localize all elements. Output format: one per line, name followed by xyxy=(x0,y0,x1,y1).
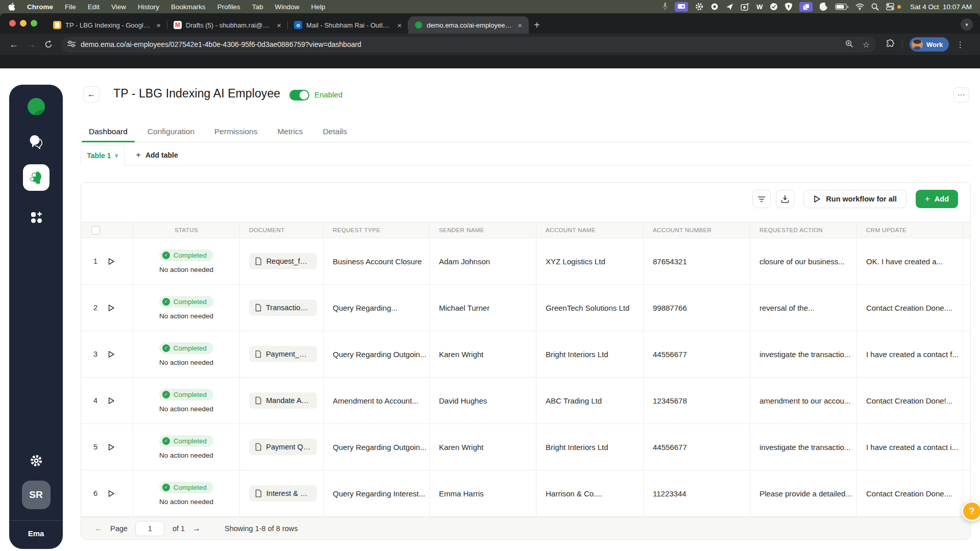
address-bar[interactable]: demo.ema.co/ai-employees/027542e1-4b0e-4… xyxy=(61,37,876,53)
account-name-cell[interactable]: GreenTech Solutions Ltd xyxy=(536,285,644,331)
column-header-status[interactable]: STATUS xyxy=(133,222,240,238)
workspace-label[interactable]: Ema xyxy=(28,521,44,549)
gear-menu-icon[interactable] xyxy=(695,2,703,11)
sidebar-item-apps[interactable] xyxy=(29,210,43,224)
site-settings-icon[interactable] xyxy=(67,40,76,49)
column-header-requested-action[interactable]: REQUESTED ACTION xyxy=(750,222,857,238)
menu-item-profiles[interactable]: Profiles xyxy=(217,3,240,11)
menu-item-chrome[interactable]: Chrome xyxy=(27,3,53,11)
column-header-account-name[interactable]: ACCOUNT NAME xyxy=(536,222,644,238)
tab-metrics[interactable]: Metrics xyxy=(276,121,304,142)
sender-name-cell[interactable]: Adam Johnson xyxy=(430,238,536,284)
copy-app-icon[interactable] xyxy=(799,2,813,12)
account-number-cell[interactable]: 44556677 xyxy=(644,424,750,470)
url-text[interactable]: demo.ema.co/ai-employees/027542e1-4b0e-4… xyxy=(81,40,840,48)
reload-button[interactable] xyxy=(41,37,56,52)
tab-close-icon[interactable]: × xyxy=(516,21,524,30)
crm-update-cell[interactable]: OK. I have created a... xyxy=(857,238,963,284)
account-name-cell[interactable]: Bright Interiors Ltd xyxy=(536,424,644,470)
tab-details[interactable]: Details xyxy=(322,121,348,142)
requested-action-cell[interactable]: investigate the transactio... xyxy=(750,331,857,377)
page-number-input[interactable] xyxy=(135,521,165,536)
column-header-account-number[interactable]: ACCOUNT NUMBER xyxy=(644,222,750,238)
request-type-cell[interactable]: Query Regarding... xyxy=(324,285,430,331)
tab-dashboard[interactable]: Dashboard xyxy=(88,121,129,142)
crm-update-cell[interactable]: I have created a contact i... xyxy=(857,424,963,470)
menu-item-window[interactable]: Window xyxy=(275,3,299,11)
account-number-cell[interactable]: 11223344 xyxy=(644,470,750,516)
request-type-cell[interactable]: Query Regarding Outgoin... xyxy=(324,331,430,377)
help-button[interactable]: ? xyxy=(962,501,980,521)
tab-permissions[interactable]: Permissions xyxy=(213,121,258,142)
column-header-request-type[interactable]: REQUEST TYPE xyxy=(324,222,430,238)
tab-close-icon[interactable]: × xyxy=(155,21,162,30)
enabled-toggle[interactable] xyxy=(289,90,309,101)
ema-logo[interactable] xyxy=(28,98,45,115)
run-row-button[interactable] xyxy=(108,490,115,497)
close-window-button[interactable] xyxy=(9,20,16,27)
document-chip[interactable]: Request_for... xyxy=(249,253,317,269)
menu-item-help[interactable]: Help xyxy=(311,3,325,11)
filter-button[interactable] xyxy=(752,190,771,208)
user-avatar[interactable]: SR xyxy=(22,481,51,509)
account-number-cell[interactable]: 99887766 xyxy=(644,285,750,331)
requested-action-cell[interactable]: closure of our business... xyxy=(750,238,857,284)
request-type-cell[interactable]: Amendment to Account... xyxy=(324,378,430,423)
tab-close-icon[interactable]: × xyxy=(275,21,283,30)
account-name-cell[interactable]: Harrison & Co.... xyxy=(536,470,644,516)
document-chip[interactable]: Payment_Qu... xyxy=(249,346,317,362)
run-row-button[interactable] xyxy=(108,350,115,358)
next-page-button[interactable]: → xyxy=(192,524,201,533)
browser-menu-icon[interactable]: ⋮ xyxy=(956,40,965,49)
account-number-cell[interactable]: 44556677 xyxy=(644,331,750,377)
browser-tab[interactable]: demo.ema.co/ai-employees/0 × xyxy=(408,16,529,34)
wacom-app-icon[interactable]: W xyxy=(756,3,763,11)
crm-update-cell[interactable]: Contact Creation Done!... xyxy=(857,378,963,423)
run-workflow-button[interactable]: Run workflow for all xyxy=(803,190,906,208)
sidebar-item-ai-employees[interactable] xyxy=(23,164,50,191)
table-selector[interactable]: Table 1 ∨ xyxy=(81,145,125,166)
account-name-cell[interactable]: Bright Interiors Ltd xyxy=(536,331,644,377)
menu-item-view[interactable]: View xyxy=(111,3,126,11)
add-table-button[interactable]: + Add table xyxy=(136,145,178,165)
sidebar-item-settings[interactable] xyxy=(30,454,43,467)
browser-tab[interactable]: M Drafts (5) - shubham.rai@em × xyxy=(167,16,288,34)
forward-button[interactable]: → xyxy=(23,37,39,52)
column-header-document[interactable]: DOCUMENT xyxy=(240,222,324,238)
account-name-cell[interactable]: ABC Trading Ltd xyxy=(536,378,644,423)
select-all-checkbox[interactable] xyxy=(91,226,100,235)
account-name-cell[interactable]: XYZ Logistics Ltd xyxy=(536,238,644,284)
timer-app-icon[interactable] xyxy=(741,2,749,11)
page-menu-button[interactable]: ⋯ xyxy=(953,87,969,103)
sidebar-item-chat[interactable] xyxy=(29,135,44,149)
spotlight-search-icon[interactable] xyxy=(871,2,879,11)
sender-name-cell[interactable]: Michael Turner xyxy=(430,285,536,331)
wifi-icon[interactable] xyxy=(855,2,864,11)
menu-bar-date[interactable]: Sat 4 Oct 10:07 AM xyxy=(910,3,972,11)
crm-update-cell[interactable]: Contact Creation Done.... xyxy=(857,470,963,516)
requested-action-cell[interactable]: amendment to our accou... xyxy=(750,378,857,423)
browser-tab[interactable]: o Mail - Shubham Rai - Outlook × xyxy=(288,16,408,34)
sender-name-cell[interactable]: Karen Wright xyxy=(430,331,536,377)
prev-page-button[interactable]: ← xyxy=(94,524,103,533)
minimize-window-button[interactable] xyxy=(20,20,27,27)
check-app-icon[interactable] xyxy=(770,2,778,11)
tab-close-icon[interactable]: × xyxy=(396,21,403,30)
sender-name-cell[interactable]: Emma Harris xyxy=(430,470,536,516)
export-button[interactable] xyxy=(776,190,794,208)
requested-action-cell[interactable]: investigate the transactio... xyxy=(750,424,857,470)
column-header-crm-update[interactable]: CRM UPDATE xyxy=(857,222,963,238)
back-to-list-button[interactable]: ← xyxy=(83,86,100,103)
new-tab-button[interactable]: + xyxy=(534,20,540,30)
crm-update-cell[interactable]: Contact Creation Done.... xyxy=(857,285,963,331)
send-app-icon[interactable] xyxy=(726,2,733,11)
tab-search-button[interactable]: ▾ xyxy=(961,18,973,31)
request-type-cell[interactable]: Business Account Closure xyxy=(324,238,430,284)
run-row-button[interactable] xyxy=(108,258,115,265)
requested-action-cell[interactable]: Please provide a detailed... xyxy=(750,470,857,516)
bookmark-star-icon[interactable]: ☆ xyxy=(863,40,870,49)
control-center-icon[interactable] xyxy=(886,2,894,11)
extensions-icon[interactable] xyxy=(886,39,895,50)
document-chip[interactable]: Transaction_... xyxy=(249,299,317,316)
request-type-cell[interactable]: Query Regarding Interest... xyxy=(324,470,430,516)
